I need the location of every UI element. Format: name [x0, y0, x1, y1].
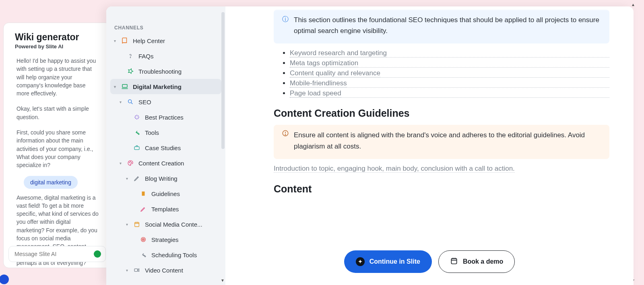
- info-icon: ⓘ: [282, 14, 289, 36]
- sidebar-item-label: Templates: [151, 206, 179, 213]
- sidebar-item-label: Video Content: [145, 267, 183, 274]
- sidebar-scroll-down-icon[interactable]: ▼: [221, 278, 225, 283]
- doc-icon: [139, 190, 147, 198]
- sidebar-item-faqs[interactable]: FAQs: [110, 48, 221, 64]
- intro-line: Introduction to topic, engaging hook, ma…: [274, 165, 609, 173]
- svg-rect-1: [122, 85, 127, 88]
- sidebar-item-label: Guidelines: [151, 190, 180, 197]
- sidebar-item-help-center[interactable]: ▾ Help Center: [110, 33, 221, 48]
- wiki-generator-card: Wiki generator Powered by Slite AI Hello…: [3, 23, 111, 268]
- assistant-message: First, could you share some information …: [5, 126, 109, 171]
- send-icon[interactable]: [94, 250, 101, 258]
- info-callout: ⓘ This section outlines the foundational…: [274, 10, 609, 43]
- pin-icon: [126, 67, 134, 75]
- caret-icon: ▾: [125, 268, 129, 273]
- sidebar-item-best-practices[interactable]: Best Practices: [110, 109, 221, 125]
- sidebar-item-scheduling-tools[interactable]: Scheduling Tools: [110, 247, 221, 262]
- section-heading-guidelines: Content Creation Guidelines: [274, 107, 609, 119]
- laptop-icon: [121, 83, 129, 91]
- target-icon: [139, 235, 147, 244]
- button-label: Book a demo: [463, 258, 503, 265]
- svg-rect-3: [134, 147, 139, 149]
- chat-body: Hello! I'd be happy to assist you with s…: [5, 54, 109, 268]
- assistant-orb-icon[interactable]: [0, 275, 9, 284]
- caret-icon: ▾: [118, 161, 122, 165]
- sidebar-item-label: Content Creation: [138, 160, 184, 167]
- pen-icon: [139, 205, 147, 213]
- assistant-message: Okay, let's start with a simple question…: [5, 102, 109, 124]
- sidebar-item-label: Help Center: [133, 37, 165, 44]
- sidebar-scrollbar[interactable]: [221, 12, 225, 149]
- sidebar-item-label: Case Studies: [145, 145, 181, 151]
- sidebar-item-seo[interactable]: ▾ SEO: [110, 94, 221, 109]
- sidebar-item-label: Strategies: [151, 236, 179, 243]
- svg-point-11: [143, 239, 143, 240]
- svg-rect-15: [451, 258, 456, 264]
- book-icon: [121, 37, 129, 45]
- caret-icon: ▾: [125, 222, 129, 227]
- chat-input[interactable]: [8, 246, 106, 262]
- warning-callout-text: Ensure all content is aligned with the b…: [294, 130, 601, 151]
- magnifier-icon: [126, 98, 134, 106]
- sidebar-item-case-studies[interactable]: Case Studies: [110, 140, 221, 155]
- channel-tree: ▾ Help Center FAQs Troubleshooting: [110, 33, 221, 278]
- section-heading-content: Content: [274, 183, 609, 195]
- app-window: ▼ CHANNELS ▾ Help Center FAQs: [106, 6, 634, 285]
- assistant-message: Hello! I'd be happy to assist you with s…: [5, 54, 109, 100]
- caret-icon: ▾: [113, 85, 117, 89]
- sidebar-item-blog-writing[interactable]: ▾ Blog Writing: [110, 171, 221, 186]
- cta-row: ✦ Continue in Slite Book a demo: [225, 250, 634, 273]
- list-item: Keyword research and targeting: [290, 49, 609, 58]
- sidebar-item-strategies[interactable]: Strategies: [110, 232, 221, 247]
- question-icon: [126, 52, 134, 60]
- wrench-icon: [133, 128, 141, 136]
- svg-rect-7: [142, 192, 145, 196]
- svg-point-5: [130, 161, 130, 162]
- sidebar-item-tools[interactable]: Tools: [110, 125, 221, 140]
- video-icon: [133, 266, 141, 274]
- calendar-icon: [133, 220, 141, 228]
- svg-point-14: [285, 134, 286, 135]
- list-item: Page load speed: [290, 89, 609, 98]
- sidebar-item-label: Blog Writing: [145, 175, 178, 182]
- sidebar-item-content-creation[interactable]: ▾ Content Creation: [110, 155, 221, 171]
- compass-icon: ✦: [356, 257, 365, 266]
- sidebar-item-label: Scheduling Tools: [151, 252, 197, 258]
- sidebar-item-label: Digital Marketing: [133, 83, 182, 90]
- sparkle-icon: [133, 113, 141, 121]
- sidebar-heading: CHANNELS: [110, 14, 221, 33]
- chat-subtitle: Powered by Slite AI: [15, 43, 99, 50]
- sidebar-item-digital-marketing[interactable]: ▾ Digital Marketing: [110, 79, 221, 94]
- sidebar-item-troubleshooting[interactable]: Troubleshooting: [110, 64, 221, 79]
- sidebar-item-templates[interactable]: Templates: [110, 201, 221, 217]
- sidebar-item-social-media[interactable]: ▾ Social Media Conte...: [110, 217, 221, 232]
- briefcase-icon: [133, 144, 141, 152]
- svg-rect-12: [134, 269, 138, 272]
- book-a-demo-button[interactable]: Book a demo: [438, 250, 515, 273]
- svg-point-4: [129, 162, 130, 163]
- wrench-icon: [139, 251, 147, 259]
- palette-icon: [126, 159, 134, 167]
- sidebar-item-label: Troubleshooting: [138, 68, 182, 75]
- user-message-pill: digital marketing: [24, 176, 78, 189]
- svg-point-6: [131, 162, 132, 163]
- sidebar-item-guidelines[interactable]: Guidelines: [110, 186, 221, 201]
- scroll-up-icon[interactable]: ▲: [631, 2, 635, 7]
- sidebar-item-label: Social Media Conte...: [145, 221, 202, 228]
- list-item: Meta tags optimization: [290, 59, 609, 68]
- sidebar-item-video-content[interactable]: ▾ Video Content: [110, 262, 221, 278]
- continue-in-slite-button[interactable]: ✦ Continue in Slite: [344, 250, 432, 273]
- sidebar-item-label: FAQs: [138, 53, 154, 60]
- svg-point-2: [128, 100, 132, 103]
- warning-icon: [282, 130, 289, 151]
- chat-input-wrap: [8, 246, 106, 262]
- warning-callout: Ensure all content is aligned with the b…: [274, 125, 609, 159]
- chat-title: Wiki generator: [15, 32, 99, 43]
- list-item: Content quality and relevance: [290, 69, 609, 78]
- info-callout-text: This section outlines the foundational S…: [294, 14, 601, 36]
- sidebar-item-label: SEO: [138, 99, 151, 105]
- button-label: Continue in Slite: [369, 258, 420, 265]
- sidebar-item-label: Best Practices: [145, 114, 184, 121]
- caret-icon: ▾: [118, 100, 122, 104]
- svg-point-0: [130, 57, 130, 58]
